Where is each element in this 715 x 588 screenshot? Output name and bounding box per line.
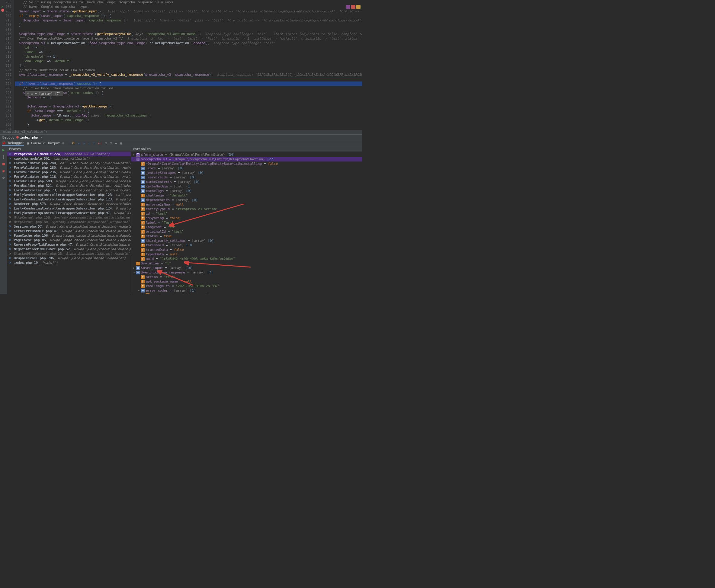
stack-frame[interactable]: PageCache.php:85, Drupal\page_cache\Stac… — [7, 238, 131, 243]
variable-node[interactable]: fentityTypeId = "recaptcha_v3_action" — [131, 207, 362, 211]
stack-frame[interactable]: EarlyRenderingControllerWrapperSubscribe… — [7, 197, 131, 202]
step-into-icon[interactable]: ↘ — [78, 141, 80, 145]
resume-icon[interactable]: ▶ — [2, 148, 5, 152]
variable-node[interactable]: foriginalId = "test" — [131, 229, 362, 234]
debug-body: ▶ ∥ ■ ◉ ⊘ Frames recaptcha_v3.module:224… — [0, 146, 362, 294]
variable-node[interactable]: ≡third_party_settings = [array] [0] — [131, 238, 362, 243]
variable-node[interactable]: ≡_entityStorages = [array] [0] — [131, 171, 362, 175]
view-breakpoints-icon[interactable]: ◉ — [2, 168, 5, 173]
run-to-cursor-icon[interactable]: ▸| — [98, 141, 102, 145]
step-out-icon[interactable]: ↗ — [83, 141, 85, 145]
variable-node[interactable]: fisSyncing = false — [131, 216, 362, 220]
variable-node[interactable]: fenforceIsNew = null — [131, 202, 362, 207]
variable-node[interactable]: fid = "test" — [131, 211, 362, 216]
variable-node[interactable]: ftypedData = null — [131, 252, 362, 256]
tab-debugger[interactable]: 🐞 Debugger — [2, 141, 24, 146]
variable-node[interactable]: ≡_core = [array] [0] — [131, 166, 362, 171]
frames-panel: Frames recaptcha_v3.module:224, recaptch… — [7, 146, 131, 294]
inspection-icons — [346, 5, 361, 9]
stack-frame[interactable]: captcha.module:501, captcha_validate() — [7, 156, 131, 161]
line-gutter: ✔ 20620720820921021121221321421521621721… — [0, 0, 14, 130]
variable-node[interactable]: flabel = "Test" — [131, 220, 362, 225]
step-icon[interactable]: ↓ — [88, 141, 90, 145]
variable-node[interactable]: ≡dependencies = [array] [0] — [131, 198, 362, 202]
stack-frame[interactable]: EarlyRenderingControllerWrapperSubscribe… — [7, 193, 131, 197]
stop-icon[interactable]: ■ — [2, 162, 5, 166]
stack-frame[interactable]: FormController.php:73, Drupal\Core\Contr… — [7, 188, 131, 193]
tab-output[interactable]: Output × — [48, 141, 64, 145]
stack-frame[interactable]: StackedHttpKernel.php:23, Stack\StackedH… — [7, 251, 131, 256]
stack-frame[interactable]: ReverseProxyMiddleware.php:47, Drupal\Co… — [7, 243, 131, 247]
stack-frame[interactable]: EarlyRenderingControllerWrapperSubscribe… — [7, 211, 131, 215]
variable-node[interactable]: fapk_package_name = null — [131, 279, 362, 284]
settings-icon[interactable]: ◆ — [115, 141, 117, 145]
variable-node[interactable]: ▾≡error-codes = [array] [1] — [131, 288, 362, 293]
debug-session-tab[interactable]: index.php — [20, 135, 38, 140]
stack-frame[interactable]: Session.php:57, Drupal\Core\StackMiddlew… — [7, 224, 131, 229]
stack-frame[interactable]: PageCache.php:106, Drupal\page_cache\Sta… — [7, 233, 131, 238]
stack-frame[interactable]: FormValidator.php:280, call_user_func_ar… — [7, 161, 131, 165]
variable-node[interactable]: ≡cacheMaxAge = [int] -1 — [131, 184, 362, 189]
stack-frame[interactable]: HttpKernel.php:80, Symfony\Component\Htt… — [7, 220, 131, 224]
stack-frame[interactable]: NegotiationMiddleware.php:52, Drupal\Cor… — [7, 247, 131, 251]
debug-header: Debug: index.php × — [0, 134, 362, 140]
variable-node[interactable]: ▸≡$user_input = [array] [10] — [131, 266, 362, 270]
checkmark-icon: ✔ — [1, 4, 3, 9]
stack-frame[interactable]: DrupalKernel.php:706, Drupal\Core\Drupal… — [7, 256, 131, 260]
variable-node[interactable]: fthreshold = [float] 1.0 — [131, 243, 362, 248]
variable-node[interactable]: flangcode = "en" — [131, 225, 362, 229]
evaluate-icon[interactable]: ⊞ — [105, 141, 107, 145]
variable-node[interactable]: ▸{}$form_state = {Drupal\Core\Form\FormS… — [131, 152, 362, 157]
red-badge-icon — [351, 5, 355, 9]
variable-node[interactable]: ≡cacheTags = [array] [0] — [131, 189, 362, 193]
stack-frame[interactable]: HttpKernel.php:158, Symfony\Component\Ht… — [7, 215, 131, 220]
close-icon[interactable]: × — [40, 135, 43, 140]
more-icon[interactable]: ⊡ — [110, 141, 112, 145]
yellow-badge-icon — [356, 5, 361, 9]
step-over-icon[interactable]: ⟳ — [72, 141, 75, 145]
frames-title: Frames — [7, 146, 131, 152]
stack-frame[interactable]: Renderer.php:573, Drupal\Core\Render\Ren… — [7, 202, 131, 206]
purple-badge-icon — [346, 5, 350, 9]
stack-frame[interactable]: EarlyRenderingControllerWrapperSubscribe… — [7, 206, 131, 211]
variable-node[interactable]: ≡_serviceIds = [array] [0] — [131, 175, 362, 180]
value-tooltip: + ≡ = [array] [7] — [25, 91, 63, 96]
pause-icon[interactable]: ∥ — [3, 154, 5, 159]
variables-title: Variables — [131, 146, 362, 152]
variable-node[interactable]: ▾{}$recaptcha_v3 = {Drupal\recaptcha_v3\… — [131, 157, 362, 162]
stack-frame[interactable]: KernelPreHandle.php:47, Drupal\Core\Stac… — [7, 229, 131, 233]
breakpoint-icon[interactable] — [1, 9, 4, 12]
frames-list[interactable]: recaptcha_v3.module:224, recaptcha_v3_va… — [7, 152, 131, 294]
stack-frame[interactable]: recaptcha_v3.module:224, recaptcha_v3_va… — [7, 152, 131, 156]
stack-frame[interactable]: FormValidator.php:280, Drupal\Core\Form\… — [7, 165, 131, 170]
variable-node[interactable]: ftrustedData = false — [131, 248, 362, 252]
debug-toolbar: 🐞 Debugger ▣ Console Output × | ⟳ ↘ ↗ ↓ … — [0, 140, 362, 146]
variable-node[interactable]: fuuid = "1c5d5d42-4c90-4903-ae8a-8d9cfec… — [131, 256, 362, 261]
mute-breakpoints-icon[interactable]: ⊘ — [2, 175, 5, 180]
active-dot-icon — [16, 136, 19, 139]
stack-frame[interactable]: FormValidator.php:236, Drupal\Core\Form\… — [7, 170, 131, 174]
code-editor[interactable]: ✔ 20620720820921021121221321421521621721… — [0, 0, 362, 130]
step-up-icon[interactable]: ↑ — [93, 141, 95, 145]
variables-panel: Variables ▸{}$form_state = {Drupal\Core\… — [131, 146, 362, 294]
variable-node[interactable]: fchallenge = "default" — [131, 193, 362, 198]
variable-node[interactable]: f$solution = "1" — [131, 261, 362, 266]
variable-node[interactable]: faction = "test" — [131, 275, 362, 279]
variable-node[interactable]: f0 = "score-threshold-not-met" — [131, 293, 362, 294]
variables-list[interactable]: ▸{}$form_state = {Drupal\Core\Form\FormS… — [131, 152, 362, 294]
variable-node[interactable]: ▾≡$verification_response = [array] [7] — [131, 270, 362, 275]
debug-side-toolbar: ▶ ∥ ■ ◉ ⊘ — [0, 146, 7, 294]
stack-frame[interactable]: FormBuilder.php:321, Drupal\Core\Form\Fo… — [7, 184, 131, 188]
variable-node[interactable]: ≡cacheContexts = [array] [0] — [131, 180, 362, 184]
code-area[interactable]: // So if using recaptcha as fallback cha… — [14, 0, 362, 130]
debug-label: Debug: — [2, 135, 15, 140]
variable-node[interactable]: fchallenge_ts = "2021-05-19T08:28:33Z" — [131, 284, 362, 288]
variable-node[interactable]: f*Drupal\Core\Config\Entity\ConfigEntity… — [131, 162, 362, 166]
function-context: recaptcha_v3_validate() — [0, 130, 362, 134]
stack-frame[interactable]: index.php:19, {main}() — [7, 260, 131, 265]
stack-frame[interactable]: FormValidator.php:118, Drupal\Core\Form\… — [7, 174, 131, 179]
variable-node[interactable]: fstatus = true — [131, 234, 362, 238]
stack-frame[interactable]: FormBuilder.php:589, Drupal\Core\Form\Fo… — [7, 179, 131, 184]
extra-icon[interactable]: ▣ — [120, 141, 122, 145]
tab-console[interactable]: ▣ Console — [27, 141, 45, 145]
